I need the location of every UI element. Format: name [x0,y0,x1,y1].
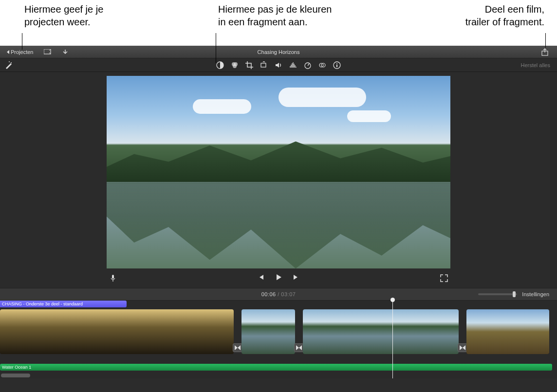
fullscreen-button[interactable] [440,274,448,282]
svg-point-7 [233,64,237,68]
title-clip[interactable]: CHASING - Onderste 3e deel - standaard [0,301,127,307]
playhead-knob[interactable] [390,298,395,302]
color-correct-button[interactable] [231,61,239,69]
time-sep: / [276,291,281,297]
share-button[interactable] [538,47,551,57]
transition-icon [235,345,241,350]
skip-back-icon [257,273,265,281]
svg-point-2 [11,62,12,63]
speed-button[interactable] [304,61,312,69]
magic-wand-icon [5,61,13,69]
viewer-canvas[interactable] [107,76,450,268]
color-correct-icon [231,61,239,69]
projects-button[interactable]: Projecten [4,48,36,56]
play-icon [275,273,282,281]
project-title-text: Chasing Horizons [258,49,300,55]
project-title: Chasing Horizons [258,49,300,55]
prev-button[interactable] [257,273,265,281]
svg-point-3 [9,61,10,62]
timeline-gap [0,356,557,364]
titlebar-left: Projecten [0,48,71,56]
time-duration: 03:07 [281,291,296,297]
horizontal-scrollbar[interactable] [1,374,30,377]
play-button[interactable] [275,273,282,281]
video-clip[interactable] [303,309,459,354]
callout-line2: projecten weer. [24,17,91,27]
stabilize-icon [260,61,268,69]
video-clip[interactable] [241,309,295,354]
settings-button[interactable]: Instellingen [522,291,549,297]
transport-controls [257,273,300,281]
next-button[interactable] [292,273,300,281]
callout-line1: Hiermee pas je de kleuren [218,4,332,15]
callout-line1: Hiermee geef je je [24,4,103,15]
playhead[interactable] [392,301,393,378]
speed-icon [304,61,312,69]
media-browser-button[interactable] [41,48,55,56]
volume-icon [275,61,282,69]
reset-all-button[interactable]: Herstel alles [520,62,550,68]
voiceover-button[interactable] [109,274,117,282]
transition-badge[interactable] [458,343,467,352]
transition-icon [460,345,465,350]
magic-wand-button[interactable] [5,61,13,69]
audio-track: Water Ocean 1 [0,364,557,371]
crop-button[interactable] [245,61,253,69]
titlebar: Projecten Chasing Horizons [0,46,557,58]
timeline-wrapper: CHASING - Onderste 3e deel - standaard [0,301,557,378]
cloud-shape [347,110,391,122]
import-button[interactable] [59,48,71,56]
timeline-bottom [0,371,557,378]
svg-rect-8 [261,63,266,67]
callout-share: Deel een film, trailer of fragment. [418,3,544,28]
svg-rect-14 [336,65,337,67]
time-current: 00:06 [261,291,276,297]
video-timeline[interactable] [0,307,557,356]
svg-point-13 [336,63,337,64]
zoom-slider[interactable] [478,293,517,295]
video-clip[interactable] [466,309,549,354]
title-track: CHASING - Onderste 3e deel - standaard [0,301,557,307]
noise-reduction-button[interactable] [289,61,297,69]
audio-clip[interactable]: Water Ocean 1 [0,364,552,371]
media-browser-icon [44,49,52,55]
filter-icon [318,61,326,69]
titlebar-right [538,47,557,57]
transition-badge[interactable] [294,343,304,352]
time-info-bar: 00:06 / 03:07 Instellingen [0,288,557,301]
cloud-shape [193,99,251,114]
chevron-left-icon [7,50,9,54]
share-icon [541,48,548,56]
info-icon [333,61,341,69]
stabilize-button[interactable] [260,61,268,69]
adjustments-bar: Herstel alles [0,58,557,72]
svg-rect-15 [112,275,114,279]
cloud-shape [278,88,366,107]
time-display: 00:06 / 03:07 [261,291,296,297]
projects-label: Projecten [11,49,33,55]
video-clip[interactable] [0,309,234,354]
callout-line2: trailer of fragment. [465,17,544,27]
transition-badge[interactable] [233,343,242,352]
callout-line2: in een fragment aan. [218,17,307,27]
noise-reduction-icon [289,61,297,69]
transition-icon [296,345,302,350]
color-balance-button[interactable] [216,61,224,69]
microphone-icon [109,274,117,282]
import-down-icon [62,49,68,55]
mountain-shape [107,142,450,184]
imovie-window: Projecten Chasing Horizons [0,46,557,392]
info-button[interactable] [333,61,341,69]
skip-forward-icon [292,273,300,281]
filter-button[interactable] [318,61,326,69]
callout-line1: Deel een film, [485,4,544,15]
color-balance-icon [216,61,224,69]
crop-icon [245,61,253,69]
callout-projects: Hiermee geef je je projecten weer. [24,3,103,28]
viewer-area [0,72,557,288]
callout-color: Hiermee pas je de kleuren in een fragmen… [218,3,332,28]
volume-button[interactable] [275,61,282,69]
fullscreen-icon [440,274,448,282]
